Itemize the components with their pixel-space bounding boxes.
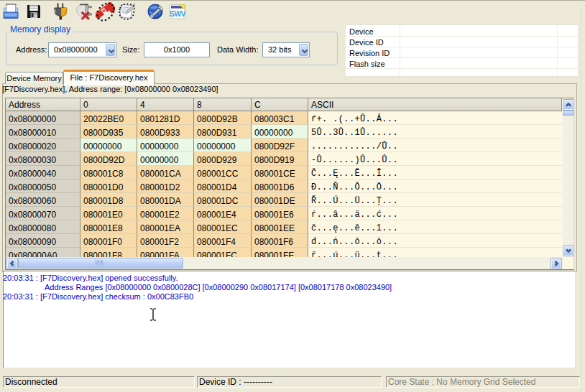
svg-text:SWV: SWV [170, 9, 186, 18]
